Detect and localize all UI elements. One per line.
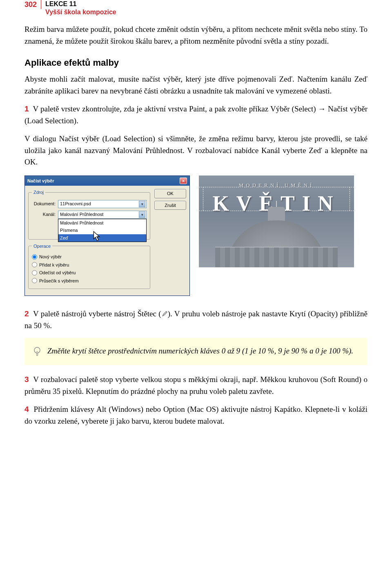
tip-box: Změňte krytí štětce prostřednictvím nume… xyxy=(24,338,368,365)
step-1a: 1 V paletě vrstev zkontrolujte, zda je a… xyxy=(24,103,368,127)
channel-value: Malování Průhlednost xyxy=(60,211,103,218)
intro-paragraph: Režim barva můžete použít, pokud chcete … xyxy=(24,24,368,47)
step-2: 2 V paletě nástrojů vyberte nástroj Štět… xyxy=(24,308,368,331)
channel-combobox[interactable]: Malování Průhlednost ▾ Malování Průhledn… xyxy=(58,211,147,219)
lesson-title: Vyšší škola kompozice xyxy=(45,8,116,16)
dropdown-option-selected[interactable]: Zeď xyxy=(58,234,146,242)
step-1b: V dialogu Načíst výběr (Load Selection) … xyxy=(24,133,368,168)
svg-point-0 xyxy=(34,347,40,353)
radio-label: Průsečík s výběrem xyxy=(39,278,79,284)
radio-label: Přidat k výběru xyxy=(39,262,69,269)
step-number: 3 xyxy=(24,375,29,384)
step-4: 4 Přidržením klávesy Alt (Windows) nebo … xyxy=(24,404,368,427)
step-text: V paletě nástrojů vyberte nástroj Štětec… xyxy=(33,309,161,318)
radio-new[interactable] xyxy=(32,254,37,260)
close-icon[interactable]: × xyxy=(180,178,187,184)
radio-subtract[interactable] xyxy=(32,270,37,276)
source-legend: Zdroj xyxy=(32,189,45,196)
lightbulb-icon xyxy=(33,346,42,358)
step-text: V paletě vrstev zkontrolujte, zda je akt… xyxy=(24,104,368,125)
dialog-title: Načíst výběr xyxy=(27,178,54,184)
load-selection-dialog: Načíst výběr × Zdroj Dokument: 11Pracovn… xyxy=(24,176,190,296)
preview-image: MODERNÍ UMĚNÍ KVĚTIN xyxy=(199,176,354,267)
brush-icon xyxy=(161,309,168,318)
page-number: 302 xyxy=(24,0,41,9)
step-text: V rozbalovací paletě stop vyberte velkou… xyxy=(24,375,368,395)
radio-label: Odečíst od výběru xyxy=(39,269,76,276)
chevron-down-icon[interactable]: ▾ xyxy=(139,201,145,207)
step-text: Přidržením klávesy Alt (Windows) nebo Op… xyxy=(24,405,368,425)
step-number: 2 xyxy=(24,309,29,318)
cancel-button[interactable]: Zrušit xyxy=(154,201,186,210)
lesson-label: LEKCE 11 xyxy=(45,0,116,8)
radio-label: Nový výběr xyxy=(39,253,62,260)
dropdown-option[interactable]: Písmena xyxy=(58,227,146,234)
document-label: Dokument: xyxy=(32,200,56,207)
section-heading: Aplikace efektů malby xyxy=(24,56,368,69)
ok-button[interactable]: OK xyxy=(154,189,186,198)
document-combobox[interactable]: 11Pracovni.psd ▾ xyxy=(58,200,147,208)
document-value: 11Pracovni.psd xyxy=(60,200,91,207)
page-header: 302 LEKCE 11 Vyšší škola kompozice xyxy=(24,0,368,16)
channel-dropdown: Malování Průhlednost Písmena Zeď xyxy=(58,219,147,242)
tip-text: Změňte krytí štětce prostřednictvím nume… xyxy=(47,345,353,358)
operation-legend: Operace xyxy=(32,243,52,250)
step-number: 4 xyxy=(24,405,29,413)
dome-illustration xyxy=(223,206,330,267)
radio-add[interactable] xyxy=(32,262,37,267)
radio-intersect[interactable] xyxy=(32,278,37,283)
paragraph: Abyste mohli začít malovat, musíte načís… xyxy=(24,73,368,97)
dialog-titlebar[interactable]: Načíst výběr × xyxy=(25,176,189,186)
step-number: 1 xyxy=(24,104,29,113)
step-3: 3 V rozbalovací paletě stop vyberte velk… xyxy=(24,374,368,397)
source-fieldset: Zdroj Dokument: 11Pracovni.psd ▾ Kanál: xyxy=(28,189,150,240)
dropdown-option[interactable]: Malování Průhlednost xyxy=(58,219,146,227)
channel-label: Kanál: xyxy=(32,211,56,218)
operation-fieldset: Operace Nový výběr Přidat k výběru Odečí… xyxy=(28,243,150,289)
chevron-down-icon[interactable]: ▾ xyxy=(139,211,145,218)
